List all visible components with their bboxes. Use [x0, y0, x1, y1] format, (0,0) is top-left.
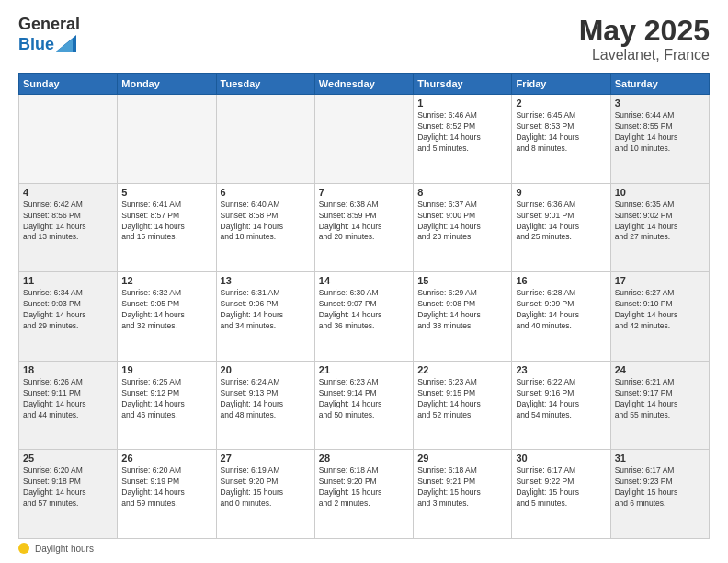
day-info: Sunrise: 6:18 AM Sunset: 9:21 PM Dayligh… — [417, 465, 507, 510]
day-info: Sunrise: 6:30 AM Sunset: 9:07 PM Dayligh… — [319, 288, 409, 332]
calendar-week-row: 18Sunrise: 6:26 AM Sunset: 9:11 PM Dayli… — [19, 361, 710, 450]
day-info: Sunrise: 6:32 AM Sunset: 9:05 PM Dayligh… — [121, 288, 211, 332]
col-sunday: Sunday — [19, 74, 118, 95]
day-number: 22 — [417, 364, 507, 375]
day-number: 20 — [221, 364, 311, 375]
day-info: Sunrise: 6:44 AM Sunset: 8:55 PM Dayligh… — [615, 110, 705, 155]
col-monday: Monday — [118, 74, 216, 95]
table-row: 2Sunrise: 6:45 AM Sunset: 8:53 PM Daylig… — [512, 95, 610, 184]
table-row: 15Sunrise: 6:29 AM Sunset: 9:08 PM Dayli… — [414, 272, 512, 362]
day-number: 2 — [516, 98, 606, 109]
day-number: 4 — [23, 187, 113, 198]
day-info: Sunrise: 6:34 AM Sunset: 9:03 PM Dayligh… — [23, 288, 113, 332]
logo-general: General — [18, 15, 80, 35]
daylight-label: Daylight hours — [35, 544, 94, 554]
location-title: Lavelanet, France — [579, 47, 710, 63]
day-info: Sunrise: 6:29 AM Sunset: 9:08 PM Dayligh… — [417, 288, 507, 332]
day-number: 9 — [516, 187, 606, 198]
table-row: 7Sunrise: 6:38 AM Sunset: 8:59 PM Daylig… — [314, 183, 413, 272]
page: General Blue May 2025 Lavelanet, France … — [0, 0, 728, 563]
day-number: 15 — [417, 275, 507, 286]
table-row: 17Sunrise: 6:27 AM Sunset: 9:10 PM Dayli… — [610, 272, 709, 362]
calendar-table: Sunday Monday Tuesday Wednesday Thursday… — [18, 73, 710, 539]
day-number: 5 — [121, 187, 211, 198]
day-info: Sunrise: 6:17 AM Sunset: 9:22 PM Dayligh… — [516, 465, 606, 510]
table-row: 3Sunrise: 6:44 AM Sunset: 8:55 PM Daylig… — [610, 95, 709, 184]
day-info: Sunrise: 6:46 AM Sunset: 8:52 PM Dayligh… — [417, 110, 507, 155]
table-row — [19, 95, 118, 184]
day-info: Sunrise: 6:36 AM Sunset: 9:01 PM Dayligh… — [516, 200, 606, 244]
day-number: 13 — [221, 275, 311, 286]
day-info: Sunrise: 6:28 AM Sunset: 9:09 PM Dayligh… — [516, 288, 606, 332]
table-row: 14Sunrise: 6:30 AM Sunset: 9:07 PM Dayli… — [314, 272, 413, 362]
table-row: 16Sunrise: 6:28 AM Sunset: 9:09 PM Dayli… — [512, 272, 610, 362]
table-row: 4Sunrise: 6:42 AM Sunset: 8:56 PM Daylig… — [19, 183, 118, 272]
table-row: 8Sunrise: 6:37 AM Sunset: 9:00 PM Daylig… — [414, 183, 512, 272]
table-row: 27Sunrise: 6:19 AM Sunset: 9:20 PM Dayli… — [216, 450, 314, 539]
day-info: Sunrise: 6:24 AM Sunset: 9:13 PM Dayligh… — [221, 377, 311, 421]
day-number: 6 — [221, 187, 311, 198]
day-info: Sunrise: 6:17 AM Sunset: 9:23 PM Dayligh… — [615, 465, 705, 510]
logo: General Blue — [18, 15, 80, 54]
col-thursday: Thursday — [414, 74, 512, 95]
table-row — [314, 95, 413, 184]
day-number: 14 — [319, 275, 409, 286]
day-info: Sunrise: 6:22 AM Sunset: 9:16 PM Dayligh… — [516, 377, 606, 421]
col-saturday: Saturday — [610, 74, 709, 95]
table-row — [118, 95, 216, 184]
day-info: Sunrise: 6:20 AM Sunset: 9:18 PM Dayligh… — [23, 465, 113, 510]
table-row: 6Sunrise: 6:40 AM Sunset: 8:58 PM Daylig… — [216, 183, 314, 272]
day-number: 28 — [319, 453, 409, 464]
day-number: 31 — [615, 453, 705, 464]
header: General Blue May 2025 Lavelanet, France — [18, 15, 710, 63]
day-info: Sunrise: 6:19 AM Sunset: 9:20 PM Dayligh… — [221, 465, 311, 510]
table-row: 23Sunrise: 6:22 AM Sunset: 9:16 PM Dayli… — [512, 361, 610, 450]
table-row: 5Sunrise: 6:41 AM Sunset: 8:57 PM Daylig… — [118, 183, 216, 272]
day-info: Sunrise: 6:42 AM Sunset: 8:56 PM Dayligh… — [23, 200, 113, 244]
day-number: 10 — [615, 187, 705, 198]
day-info: Sunrise: 6:21 AM Sunset: 9:17 PM Dayligh… — [615, 377, 705, 421]
table-row: 30Sunrise: 6:17 AM Sunset: 9:22 PM Dayli… — [512, 450, 610, 539]
day-info: Sunrise: 6:37 AM Sunset: 9:00 PM Dayligh… — [417, 200, 507, 244]
table-row: 28Sunrise: 6:18 AM Sunset: 9:20 PM Dayli… — [314, 450, 413, 539]
calendar-header-row: Sunday Monday Tuesday Wednesday Thursday… — [19, 74, 710, 95]
calendar-week-row: 1Sunrise: 6:46 AM Sunset: 8:52 PM Daylig… — [19, 95, 710, 184]
day-number: 17 — [615, 275, 705, 286]
table-row: 26Sunrise: 6:20 AM Sunset: 9:19 PM Dayli… — [118, 450, 216, 539]
day-number: 29 — [417, 453, 507, 464]
logo-triangle-icon — [56, 35, 76, 52]
logo-blue: Blue — [18, 35, 54, 55]
daylight-icon — [18, 543, 29, 554]
day-info: Sunrise: 6:20 AM Sunset: 9:19 PM Dayligh… — [121, 465, 211, 510]
table-row: 1Sunrise: 6:46 AM Sunset: 8:52 PM Daylig… — [414, 95, 512, 184]
table-row: 18Sunrise: 6:26 AM Sunset: 9:11 PM Dayli… — [19, 361, 118, 450]
day-number: 8 — [417, 187, 507, 198]
day-number: 26 — [121, 453, 211, 464]
day-info: Sunrise: 6:31 AM Sunset: 9:06 PM Dayligh… — [221, 288, 311, 332]
day-number: 19 — [121, 364, 211, 375]
table-row: 22Sunrise: 6:23 AM Sunset: 9:15 PM Dayli… — [414, 361, 512, 450]
day-number: 30 — [516, 453, 606, 464]
day-number: 18 — [23, 364, 113, 375]
day-info: Sunrise: 6:25 AM Sunset: 9:12 PM Dayligh… — [121, 377, 211, 421]
day-number: 7 — [319, 187, 409, 198]
table-row: 13Sunrise: 6:31 AM Sunset: 9:06 PM Dayli… — [216, 272, 314, 362]
day-number: 12 — [121, 275, 211, 286]
day-number: 16 — [516, 275, 606, 286]
day-info: Sunrise: 6:45 AM Sunset: 8:53 PM Dayligh… — [516, 110, 606, 155]
table-row: 11Sunrise: 6:34 AM Sunset: 9:03 PM Dayli… — [19, 272, 118, 362]
calendar-week-row: 4Sunrise: 6:42 AM Sunset: 8:56 PM Daylig… — [19, 183, 710, 272]
day-number: 3 — [615, 98, 705, 109]
calendar-week-row: 25Sunrise: 6:20 AM Sunset: 9:18 PM Dayli… — [19, 450, 710, 539]
table-row: 21Sunrise: 6:23 AM Sunset: 9:14 PM Dayli… — [314, 361, 413, 450]
day-number: 25 — [23, 453, 113, 464]
day-number: 27 — [221, 453, 311, 464]
logo-text: General Blue — [18, 15, 80, 54]
table-row — [216, 95, 314, 184]
col-wednesday: Wednesday — [314, 74, 413, 95]
table-row: 25Sunrise: 6:20 AM Sunset: 9:18 PM Dayli… — [19, 450, 118, 539]
table-row: 31Sunrise: 6:17 AM Sunset: 9:23 PM Dayli… — [610, 450, 709, 539]
col-friday: Friday — [512, 74, 610, 95]
col-tuesday: Tuesday — [216, 74, 314, 95]
day-number: 11 — [23, 275, 113, 286]
